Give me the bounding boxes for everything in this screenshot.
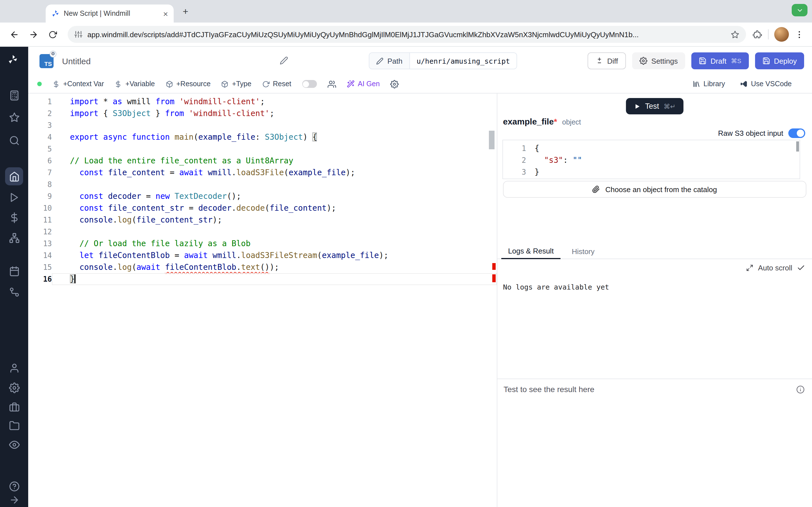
raw-s3-toggle[interactable] [788, 128, 805, 138]
gear-icon [640, 57, 647, 65]
sidebar-item-calendar[interactable] [7, 264, 21, 278]
typescript-badge[interactable]: TS ⚙ [40, 54, 54, 68]
toolbar-item-resource[interactable]: +Resource [165, 80, 211, 88]
tab-logs-result[interactable]: Logs & Result [501, 247, 560, 259]
reload-button[interactable] [44, 26, 61, 43]
choose-object-button[interactable]: Choose an object from the catalog [503, 181, 806, 198]
json-line-2[interactable]: 2 "s3": "" [503, 154, 800, 166]
sidebar-item-help[interactable] [7, 480, 21, 493]
code-line-10[interactable]: 10 const file_content_str = decoder.deco… [28, 202, 497, 214]
sidebar-item-toolbox[interactable] [7, 400, 21, 413]
profile-avatar[interactable] [774, 27, 789, 42]
code-line-2[interactable]: 2import { S3Object } from 'windmill-clie… [28, 108, 497, 119]
code-line-1[interactable]: 1import * as wmill from 'windmill-client… [28, 96, 497, 108]
tab-title: New Script | Windmill [64, 10, 158, 17]
ai-gen-button[interactable]: AI Gen [347, 80, 380, 88]
sidebar-item-flow[interactable] [7, 285, 21, 298]
script-title[interactable]: Untitled [62, 56, 91, 66]
line-text: "s3": "" [526, 154, 582, 166]
code-line-12[interactable]: 12 [28, 226, 497, 238]
sidebar-item-user[interactable] [7, 361, 21, 375]
new-tab-button[interactable]: + [179, 6, 192, 18]
sidebar-item-arrow-right[interactable] [7, 493, 21, 506]
edit-summary-icon[interactable] [280, 56, 288, 65]
search-icon [9, 135, 19, 146]
code-line-15[interactable]: 15 console.log(await fileContentBlob.tex… [28, 262, 497, 273]
editor-scrollbar[interactable] [489, 131, 495, 149]
url-text[interactable]: app.windmill.dev/scripts/add#JTdCJTIyaGF… [87, 30, 726, 39]
draft-button[interactable]: Draft ⌘S [691, 52, 749, 69]
browser-tab[interactable]: New Script | Windmill × [46, 4, 174, 22]
autoscroll-label: Auto scroll [758, 264, 792, 272]
tab-close-icon[interactable]: × [163, 9, 168, 18]
code-line-4[interactable]: 4export async function main(example_file… [28, 131, 497, 143]
code-line-5[interactable]: 5 [28, 143, 497, 155]
mini-editor-scrollbar[interactable] [796, 142, 799, 152]
check-icon[interactable] [797, 264, 805, 272]
use-vscode-button[interactable]: Use VSCode [740, 80, 792, 88]
json-line-1[interactable]: 1{ [503, 143, 800, 154]
line-text: // Or load the file lazily as a Blob [52, 238, 497, 249]
bookmark-icon[interactable] [731, 30, 739, 39]
code-line-8[interactable]: 8 [28, 179, 497, 190]
multiplayer-icon[interactable] [327, 80, 336, 88]
sidebar-item-calculator[interactable] [7, 89, 21, 102]
code-line-13[interactable]: 13 // Or load the file lazily as a Blob [28, 238, 497, 249]
diff-button[interactable]: Diff [588, 52, 626, 69]
path-value[interactable]: u/henri/amusing_script [410, 53, 517, 69]
path-button[interactable]: Path [369, 53, 410, 69]
sidebar-item-play[interactable] [7, 190, 21, 204]
json-line-3[interactable]: 3} [503, 166, 800, 178]
sidebar-item-folder[interactable] [7, 418, 21, 432]
sidebar-item-eye[interactable] [7, 438, 21, 451]
sidebar-item-settings[interactable] [7, 381, 21, 394]
code-editor[interactable]: 1import * as wmill from 'windmill-client… [28, 94, 497, 507]
line-number: 16 [28, 273, 52, 285]
home-icon [9, 171, 19, 182]
editor-settings-icon[interactable] [391, 80, 399, 88]
header-actions: Diff Settings Draft ⌘S Deploy [588, 52, 804, 69]
code-line-14[interactable]: 14 let fileContentBlob = await wmill.loa… [28, 249, 497, 262]
back-button[interactable] [6, 26, 22, 43]
assistant-toggle[interactable] [302, 80, 317, 88]
sidebar-item-search[interactable] [7, 133, 21, 147]
browser-profile-pill[interactable] [792, 4, 808, 16]
line-number: 1 [28, 96, 52, 108]
toolbar-item-type[interactable]: +Type [221, 80, 252, 88]
forward-button[interactable] [25, 26, 42, 43]
test-button[interactable]: Test ⌘↵ [626, 98, 683, 114]
sidebar-item-star[interactable] [7, 110, 21, 124]
code-line-9[interactable]: 9 const decoder = new TextDecoder(); [28, 190, 497, 202]
code-line-11[interactable]: 11 console.log(file_content_str); [28, 214, 497, 226]
site-settings-icon[interactable] [74, 31, 82, 38]
windmill-logo-icon[interactable] [7, 54, 21, 68]
star-icon [9, 112, 19, 122]
url-bar[interactable]: app.windmill.dev/scripts/add#JTdCJTIyaGF… [68, 26, 746, 43]
text-caret [75, 274, 75, 283]
settings-button[interactable]: Settings [632, 52, 685, 69]
info-icon[interactable] [796, 385, 805, 393]
play-icon [634, 103, 641, 110]
code-line-7[interactable]: 7 const file_content = await wmill.loadS… [28, 167, 497, 179]
help-icon [9, 481, 19, 492]
toolbar-item-contextvar[interactable]: +Context Var [52, 80, 104, 88]
reload-icon [48, 30, 57, 39]
argument-json-editor[interactable]: 1{2 "s3": ""3} [502, 140, 800, 179]
code-line-3[interactable]: 3 [28, 119, 497, 131]
no-logs-message: No logs are available yet [503, 283, 609, 291]
deploy-button[interactable]: Deploy [755, 52, 804, 69]
sidebar-item-home[interactable] [5, 167, 23, 185]
code-line-6[interactable]: 6// Load the entire file_content as a Ui… [28, 155, 497, 167]
browser-menu-icon[interactable] [795, 30, 804, 39]
folder-icon [9, 420, 19, 431]
sidebar-item-dollar[interactable] [7, 211, 21, 224]
expand-icon[interactable] [746, 264, 754, 272]
line-number: 8 [28, 179, 52, 190]
extensions-icon[interactable] [753, 30, 762, 39]
toolbar-item-variable[interactable]: +Variable [115, 80, 155, 88]
sidebar-item-sitemap[interactable] [7, 231, 21, 244]
library-button[interactable]: Library [692, 80, 725, 88]
code-line-16[interactable]: 16} [28, 273, 497, 285]
toolbar-item-reset[interactable]: Reset [262, 80, 291, 88]
tab-history[interactable]: History [565, 247, 601, 259]
